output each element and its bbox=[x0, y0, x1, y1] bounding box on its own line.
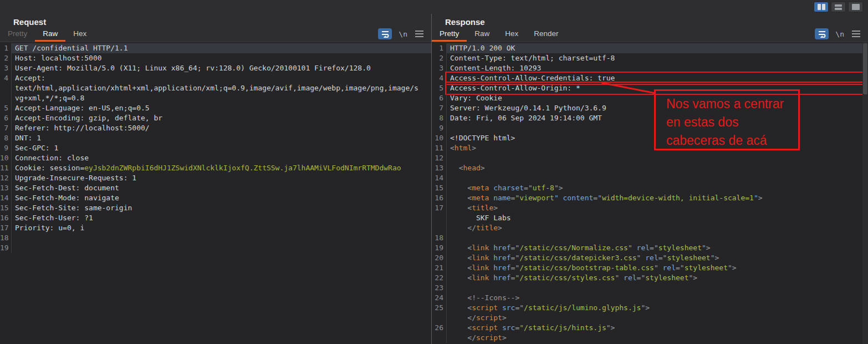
code-line: 1GET /confidential HTTP/1.1 bbox=[0, 43, 431, 53]
code-line: 12Upgrade-Insecure-Requests: 1 bbox=[0, 173, 431, 183]
response-tabbar: Pretty Raw Hex Render \n bbox=[432, 27, 868, 42]
code-line: 25 <script src="/static/js/lumino.glyphs… bbox=[432, 303, 868, 313]
code-line: 1HTTP/1.0 200 OK bbox=[432, 43, 868, 53]
request-title: Request bbox=[0, 14, 431, 27]
request-panel: Request Pretty Raw Hex \n bbox=[0, 14, 431, 344]
request-tab-pretty[interactable]: Pretty bbox=[0, 27, 35, 42]
request-tabbar: Pretty Raw Hex \n bbox=[0, 27, 431, 42]
code-line: 10Connection: close bbox=[0, 153, 431, 163]
code-line: vg+xml,*/*;q=0.8 bbox=[0, 93, 431, 103]
code-line: </title> bbox=[432, 223, 868, 233]
code-line: 8Date: Fri, 06 Sep 2024 19:14:00 GMT bbox=[432, 113, 868, 123]
newline-chars-icon[interactable]: \n bbox=[399, 30, 407, 38]
code-line: </script> bbox=[432, 333, 868, 343]
code-line: 10<!DOCTYPE html> bbox=[432, 133, 868, 143]
code-line: 21 <link href="/static/css/bootstrap-tab… bbox=[432, 263, 868, 273]
code-line: 11Cookie: session=eyJsb2dnZWRpbiI6dHJ1ZS… bbox=[0, 163, 431, 173]
split-rows-icon[interactable] bbox=[831, 2, 846, 12]
code-line: 13 <head> bbox=[432, 163, 868, 173]
word-wrap-icon[interactable] bbox=[378, 28, 392, 39]
annotation-line: Nos vamos a centrar bbox=[666, 95, 798, 113]
code-line: 9 bbox=[432, 123, 868, 133]
code-line: 18 bbox=[432, 233, 868, 243]
code-line: 17Priority: u=0, i bbox=[0, 223, 431, 233]
code-line: 6Vary: Cookie bbox=[432, 93, 868, 103]
code-line: 5Access-Control-Allow-Origin: * bbox=[432, 83, 868, 93]
code-line: 11<html> bbox=[432, 143, 868, 153]
code-line: 2Content-Type: text/html; charset=utf-8 bbox=[432, 53, 868, 63]
code-line: 9Sec-GPC: 1 bbox=[0, 143, 431, 153]
code-line: 4Access-Control-Allow-Credentials: true bbox=[432, 73, 868, 83]
single-pane-icon[interactable] bbox=[848, 2, 863, 12]
code-line: 4Accept: bbox=[0, 73, 431, 83]
annotation-line: en estas dos bbox=[666, 113, 798, 131]
code-line: 23 bbox=[432, 283, 868, 293]
code-line: 2Host: localhost:5000 bbox=[0, 53, 431, 63]
code-line: 3User-Agent: Mozilla/5.0 (X11; Linux x86… bbox=[0, 63, 431, 73]
code-line: 16 <meta name="viewport" content="width=… bbox=[432, 193, 868, 203]
code-line: 24 <!--Icons--> bbox=[432, 293, 868, 303]
burp-message-viewer: Request Pretty Raw Hex \n bbox=[0, 0, 868, 344]
code-line: 16Sec-Fetch-User: ?1 bbox=[0, 213, 431, 223]
code-line: 20 <link href="/static/css/datepicker3.c… bbox=[432, 253, 868, 263]
response-tab-render[interactable]: Render bbox=[526, 27, 566, 42]
code-line: 26 <script src="/static/js/hints.js"> bbox=[432, 323, 868, 333]
code-line: 7Server: Werkzeug/0.14.1 Python/3.6.9 bbox=[432, 103, 868, 113]
code-line: 15 <meta charset="utf-8"> bbox=[432, 183, 868, 193]
code-line: </script> bbox=[432, 313, 868, 323]
code-line: 6Accept-Encoding: gzip, deflate, br bbox=[0, 113, 431, 123]
code-line: 5Accept-Language: en-US,en;q=0.5 bbox=[0, 103, 431, 113]
response-title: Response bbox=[432, 14, 868, 27]
layout-toolbar bbox=[0, 0, 868, 14]
annotation-callout: Nos vamos a centrar en estas dos cabecer… bbox=[654, 89, 800, 150]
split-columns-icon[interactable] bbox=[814, 2, 829, 12]
code-line: SKF Labs bbox=[432, 213, 868, 223]
response-tab-hex[interactable]: Hex bbox=[497, 27, 526, 42]
code-line: 19 <link href="/static/css/Normalize.css… bbox=[432, 243, 868, 253]
code-line: 3Content-Length: 10293 bbox=[432, 63, 868, 73]
hamburger-menu-icon[interactable] bbox=[415, 33, 423, 34]
request-tab-hex[interactable]: Hex bbox=[65, 27, 94, 42]
code-line: 17 <title> bbox=[432, 203, 868, 213]
code-line: 15Sec-Fetch-Site: same-origin bbox=[0, 203, 431, 213]
response-editor[interactable]: 1HTTP/1.0 200 OK2Content-Type: text/html… bbox=[432, 42, 868, 344]
highlighted-header: Access-Control-Allow-Credentials: true bbox=[447, 73, 868, 83]
code-line: 8DNT: 1 bbox=[0, 133, 431, 143]
response-panel: Response Pretty Raw Hex Render \n bbox=[432, 14, 868, 344]
code-line: 7Referer: http://localhost:5000/ bbox=[0, 123, 431, 133]
scrollbar-thumb[interactable] bbox=[863, 43, 867, 94]
code-line: text/html,application/xhtml+xml,applicat… bbox=[0, 83, 431, 93]
annotation-line: cabeceras de acá bbox=[666, 131, 798, 150]
response-tab-raw[interactable]: Raw bbox=[467, 27, 497, 42]
code-line: 19 bbox=[0, 243, 431, 253]
code-line: 22 <link href="/static/css/styles.css" r… bbox=[432, 273, 868, 283]
request-editor[interactable]: 1GET /confidential HTTP/1.12Host: localh… bbox=[0, 42, 431, 344]
code-line: 13Sec-Fetch-Dest: document bbox=[0, 183, 431, 193]
code-line: 12 bbox=[432, 153, 868, 163]
code-line: 14Sec-Fetch-Mode: navigate bbox=[0, 193, 431, 203]
code-line: 18 bbox=[0, 233, 431, 243]
response-scrollbar[interactable] bbox=[862, 42, 868, 344]
request-tab-raw[interactable]: Raw bbox=[35, 27, 65, 42]
hamburger-menu-icon[interactable] bbox=[852, 33, 860, 34]
response-tab-pretty[interactable]: Pretty bbox=[432, 27, 467, 42]
code-line: 14 bbox=[432, 173, 868, 183]
word-wrap-icon[interactable] bbox=[815, 28, 829, 39]
newline-chars-icon[interactable]: \n bbox=[835, 30, 844, 38]
